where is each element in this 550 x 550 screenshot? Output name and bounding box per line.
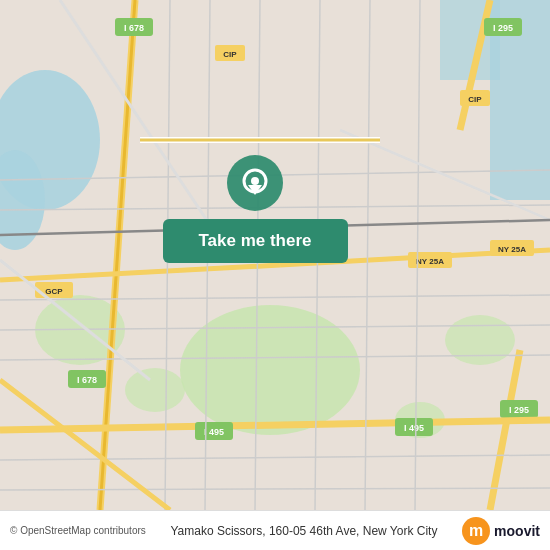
bottom-bar: © OpenStreetMap contributors Yamako Scis…: [0, 510, 550, 550]
map-area: I 678 I 678 I 295 I 295 I 495 I 495 NY 2…: [0, 0, 550, 510]
location-info: Yamako Scissors, 160-05 46th Ave, New Yo…: [170, 524, 437, 538]
osm-copyright: © OpenStreetMap contributors: [10, 525, 146, 536]
svg-text:CIP: CIP: [223, 50, 237, 59]
bottom-left-info: © OpenStreetMap contributors: [10, 525, 146, 536]
svg-text:GCP: GCP: [45, 287, 63, 296]
svg-point-61: [251, 177, 259, 185]
svg-text:NY 25A: NY 25A: [416, 257, 444, 266]
moovit-logo: m moovit: [462, 517, 540, 545]
moovit-icon: m: [462, 517, 490, 545]
svg-text:I 678: I 678: [77, 375, 97, 385]
svg-point-8: [445, 315, 515, 365]
take-me-there-button[interactable]: Take me there: [163, 219, 348, 263]
svg-text:I 678: I 678: [124, 23, 144, 33]
location-pin-icon: [227, 155, 283, 211]
svg-text:CIP: CIP: [468, 95, 482, 104]
moovit-text: moovit: [494, 523, 540, 539]
svg-text:I 495: I 495: [204, 427, 224, 437]
svg-text:I 495: I 495: [404, 423, 424, 433]
svg-text:I 295: I 295: [509, 405, 529, 415]
svg-point-7: [125, 368, 185, 412]
svg-text:NY 25A: NY 25A: [498, 245, 526, 254]
svg-rect-4: [440, 0, 500, 80]
cta-container: Take me there: [155, 155, 355, 263]
svg-text:I 295: I 295: [493, 23, 513, 33]
